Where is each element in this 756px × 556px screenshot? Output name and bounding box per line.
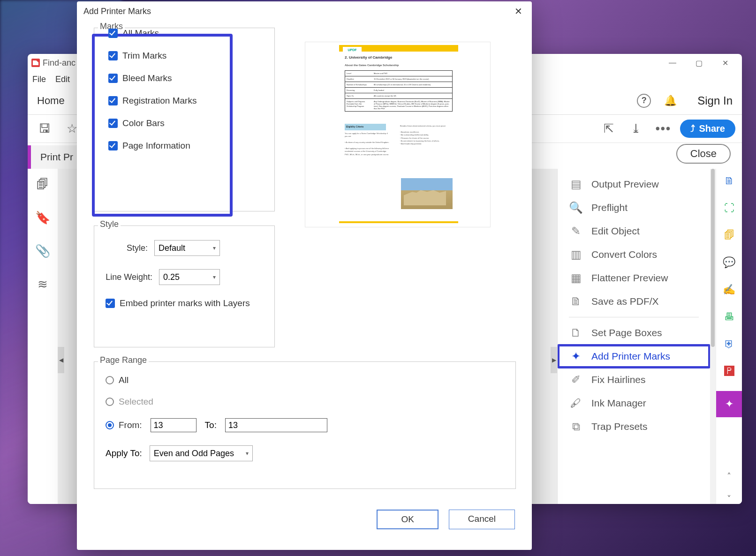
tool-item-trap-presets[interactable]: ⧉Trap Presets — [558, 415, 710, 438]
rail-pdf-icon[interactable]: 🅿 — [722, 364, 737, 379]
bleed-marks-checkbox-row[interactable]: Bleed Marks — [108, 73, 274, 83]
tool-item-output-preview[interactable]: ▤Output Preview — [558, 173, 710, 196]
minimize-button[interactable]: — — [659, 54, 686, 72]
tool-item-convert-colors[interactable]: ▥Convert Colors — [558, 243, 710, 266]
more-icon[interactable]: ••• — [653, 119, 673, 139]
tool-label: Ink Manager — [591, 398, 646, 409]
print-production-tab[interactable]: Print Pr — [31, 145, 83, 169]
rail-active-icon[interactable]: ✦ — [716, 391, 742, 417]
embed-layers-checkbox-row[interactable]: Embed printer marks with Layers — [106, 298, 263, 308]
help-button[interactable]: ? — [635, 91, 653, 110]
rail-up-icon[interactable]: ˄ — [727, 471, 731, 481]
far-rail: 🗎 ⛶ 🗐 💬 ✍ 🖶 ⛨ 🅿 ✦ ˄ ˅ — [716, 169, 742, 504]
to-input[interactable] — [225, 418, 327, 432]
bell-icon[interactable]: 🔔 — [661, 91, 680, 110]
preview-sub: About the Gates Cambridge Scholarship — [345, 64, 399, 67]
download-icon[interactable]: ⤓ — [626, 119, 646, 139]
tool-icon: ▤ — [569, 177, 583, 191]
rail-crop-icon[interactable]: ⛶ — [722, 201, 737, 216]
checkbox-icon — [108, 119, 118, 128]
color-bars-checkbox-row[interactable]: Color Bars — [108, 118, 274, 128]
page-preview: UPDF 2. University of Cambridge About th… — [305, 42, 491, 227]
signin-button[interactable]: Sign In — [697, 94, 733, 107]
range-selected-radio: Selected — [106, 397, 504, 407]
tool-icon: ✎ — [569, 224, 583, 238]
tool-icon: 🗎 — [569, 294, 583, 308]
trim-marks-checkbox-row[interactable]: Trim Marks — [108, 51, 274, 61]
tool-label: Flattener Preview — [591, 272, 668, 284]
window-close-button[interactable]: ✕ — [712, 54, 738, 72]
home-button[interactable]: Home — [37, 95, 65, 107]
chevron-down-icon: ▾ — [213, 245, 216, 251]
dialog-close-button[interactable]: ✕ — [511, 6, 525, 17]
tool-item-ink-manager[interactable]: 🖋Ink Manager — [558, 391, 710, 415]
chevron-down-icon: ▾ — [246, 450, 249, 457]
line-weight-select[interactable]: 0.25▾ — [159, 269, 220, 285]
tool-item-save-as-pdf-x[interactable]: 🗎Save as PDF/X — [558, 290, 710, 313]
collapse-left-handle[interactable]: ◀ — [58, 347, 64, 373]
tool-item-flattener-preview[interactable]: ▦Flattener Preview — [558, 266, 710, 290]
attachment-icon[interactable]: 📎 — [35, 244, 50, 258]
tool-icon: 🗋 — [569, 326, 583, 340]
line-weight-label: Line Weight: — [106, 272, 152, 282]
rail-down-icon[interactable]: ˅ — [727, 494, 731, 504]
checkbox-icon — [108, 74, 118, 83]
radio-icon — [106, 398, 114, 406]
export-icon[interactable]: ⇱ — [598, 119, 619, 139]
registration-marks-checkbox-row[interactable]: Registration Marks — [108, 96, 274, 106]
pages-icon[interactable]: 🗐 — [37, 177, 49, 192]
preview-blue: Eligibility Criteria — [345, 124, 386, 130]
style-fieldset: Style Style: Default▾ Line Weight: 0.25▾… — [94, 225, 275, 347]
tool-item-set-page-boxes[interactable]: 🗋Set Page Boxes — [558, 321, 710, 345]
tool-icon: ✐ — [569, 373, 583, 387]
cancel-button[interactable]: Cancel — [449, 510, 515, 529]
range-all-radio[interactable]: All — [106, 375, 504, 385]
tool-label: Output Preview — [591, 179, 659, 190]
rail-export-icon[interactable]: 🗎 — [722, 173, 737, 188]
all-marks-checkbox-row[interactable]: All Marks — [108, 28, 274, 38]
tool-item-preflight[interactable]: 🔍Preflight — [558, 196, 710, 219]
preview-heading: 2. University of Cambridge — [345, 55, 392, 60]
left-rail: 🗐 🔖 📎 ≋ — [28, 169, 58, 504]
checkbox-icon — [108, 51, 118, 60]
apply-to-select[interactable]: Even and Odd Pages▾ — [150, 445, 253, 461]
rail-print-icon[interactable]: 🖶 — [722, 309, 737, 324]
tool-label: Preflight — [591, 202, 627, 213]
close-panel-button[interactable]: Close — [676, 144, 731, 164]
dialog-title: Add Printer Marks — [83, 7, 151, 16]
scroll-thumb[interactable] — [711, 169, 715, 347]
range-from-radio[interactable]: From: — [106, 420, 142, 430]
layers-icon[interactable]: ≋ — [38, 277, 48, 292]
menu-edit[interactable]: Edit — [55, 75, 70, 84]
page-info-checkbox-row[interactable]: Page Information — [108, 141, 274, 151]
share-button[interactable]: ⤴Share — [680, 120, 735, 138]
collapse-right-handle[interactable]: ▶ — [551, 347, 557, 373]
rail-page-icon[interactable]: 🗐 — [722, 228, 737, 243]
to-label: To: — [205, 420, 217, 430]
menu-file[interactable]: File — [32, 75, 46, 84]
from-input[interactable] — [151, 418, 197, 432]
tool-label: Add Printer Marks — [591, 351, 670, 362]
checkbox-icon — [108, 141, 118, 150]
checkbox-icon — [106, 299, 115, 308]
scrollbar[interactable] — [710, 169, 716, 504]
ok-button[interactable]: OK — [377, 510, 438, 529]
tool-label: Fix Hairlines — [591, 374, 646, 385]
style-select[interactable]: Default▾ — [154, 240, 220, 256]
share-icon: ⤴ — [690, 123, 695, 134]
tool-item-add-printer-marks[interactable]: ✦Add Printer Marks — [558, 345, 710, 368]
active-tab-indicator — [28, 145, 31, 169]
maximize-button[interactable]: ▢ — [686, 54, 712, 72]
tool-icon: 🔍 — [569, 201, 583, 215]
tool-item-edit-object[interactable]: ✎Edit Object — [558, 219, 710, 243]
rail-sign-icon[interactable]: ✍ — [722, 282, 737, 297]
tool-item-fix-hairlines[interactable]: ✐Fix Hairlines — [558, 368, 710, 391]
save-icon[interactable]: 🖫 — [34, 119, 55, 139]
preview-logo: UPDF — [343, 47, 362, 53]
rail-comment-icon[interactable]: 💬 — [722, 255, 737, 270]
help-icon: ? — [637, 94, 651, 108]
bookmark-icon[interactable]: 🔖 — [35, 210, 50, 225]
rail-shield-icon[interactable]: ⛨ — [722, 337, 737, 352]
dialog-titlebar: Add Printer Marks ✕ — [77, 1, 532, 21]
page-range-fieldset: Page Range All Selected From: To: Apply … — [94, 361, 516, 489]
